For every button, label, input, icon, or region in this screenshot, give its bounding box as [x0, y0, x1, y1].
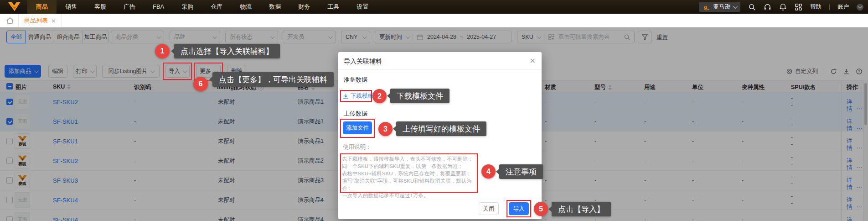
- nav-item-products[interactable]: 商品: [27, 0, 57, 14]
- callout-tooltip-4: 注意事项: [499, 164, 543, 179]
- download-template-link[interactable]: 下载模板: [343, 92, 373, 100]
- nav-item-finance[interactable]: 财务: [289, 0, 319, 14]
- callout-step-1: 1: [155, 44, 170, 58]
- nav-item-logistics[interactable]: 物流: [231, 0, 260, 14]
- tab-bar: 商品列表 ×: [0, 14, 868, 27]
- callout-tooltip-2: 下载模板文件: [390, 89, 450, 103]
- nav-item-tools[interactable]: 工具: [319, 0, 348, 14]
- divider: [829, 4, 830, 10]
- usage-line: 先下载模板，请按模板导入，表头不可修改，不可删除；: [342, 155, 475, 163]
- marketplace-switcher[interactable]: a 亚马逊: [699, 2, 741, 12]
- amazon-icon: a: [703, 3, 711, 11]
- topnav-right-cluster: a 亚马逊: [699, 0, 864, 14]
- callout-step-3: 3: [378, 122, 393, 136]
- support-headset-icon[interactable]: [764, 3, 771, 11]
- account-menu[interactable]: 账户: [837, 3, 849, 11]
- nav-item-service[interactable]: 客服: [86, 0, 115, 14]
- callout-step-4: 4: [481, 164, 496, 179]
- usage-line: 表格中SKU+辅料SKU，系统内已存在时，将覆盖更新；: [342, 170, 475, 177]
- nav-item-fba[interactable]: FBA: [144, 0, 173, 14]
- nav-item-purchase[interactable]: 采购: [173, 0, 202, 14]
- callout-tooltip-1: 点击选择【导入关联辅料】: [174, 44, 280, 58]
- top-navbar: 商品 销售 客服 广告 FBA 采购 仓库 物流 数据 财务 工具 设置 a 亚…: [0, 0, 868, 14]
- nav-item-settings[interactable]: 设置: [348, 0, 377, 14]
- close-button[interactable]: 关闭: [479, 202, 499, 215]
- tab-product-list[interactable]: 商品列表 ×: [18, 14, 62, 27]
- callout-tooltip-6: 点击【更多】，可导出关联辅料: [212, 72, 334, 87]
- svg-text:a: a: [704, 3, 707, 9]
- callout-step-2: 2: [372, 89, 387, 103]
- import-submit-button[interactable]: 导入: [509, 202, 529, 215]
- tab-close-icon[interactable]: ×: [51, 17, 56, 24]
- nav-item-sales[interactable]: 销售: [57, 0, 86, 14]
- add-file-button[interactable]: 添加文件: [343, 121, 372, 134]
- modal-title: 导入关联辅料: [344, 58, 382, 66]
- apps-grid-icon[interactable]: [795, 3, 802, 11]
- download-icon: [343, 93, 349, 99]
- usage-title: 使用说明：: [343, 143, 372, 151]
- notifications-bell-icon[interactable]: [779, 3, 787, 11]
- divider: [338, 198, 542, 198]
- callout-step-6: 6: [193, 77, 208, 91]
- callout-tooltip-5: 点击【导入】: [552, 202, 611, 216]
- callout-step-5: 5: [534, 202, 548, 216]
- usage-instructions: 先下载模板，请按模板导入，表头不可修改，不可删除； 同一个SKU下的辅料SKU重…: [342, 155, 475, 199]
- chevron-down-icon: [733, 4, 738, 9]
- chevron-down-icon: [858, 4, 863, 9]
- home-tab-icon[interactable]: [5, 16, 15, 25]
- help-link[interactable]: 帮助: [810, 3, 822, 11]
- app-screen: 商品 销售 客服 广告 FBA 采购 仓库 物流 数据 财务 工具 设置 a 亚…: [0, 0, 868, 221]
- close-icon[interactable]: ×: [530, 56, 536, 65]
- usage-line: 填写"取消关联"字段，可将SKU和辅料取消关联，默认为否；: [342, 177, 475, 192]
- search-icon[interactable]: [748, 3, 756, 11]
- brand-fox-icon: [7, 2, 21, 12]
- tab-label: 商品列表: [24, 16, 48, 25]
- nav-item-warehouse[interactable]: 仓库: [202, 0, 231, 14]
- callout-tooltip-3: 上传填写好的模板文件: [396, 121, 486, 136]
- prepare-data-label: 准备数据: [344, 76, 367, 84]
- divider: [338, 69, 542, 70]
- marketplace-label: 亚马逊: [713, 3, 731, 11]
- usage-line: 同一个SKU下的辅料SKU重复，以第一条数据为准；: [342, 163, 475, 170]
- nav-item-ads[interactable]: 广告: [115, 0, 144, 14]
- nav-item-data[interactable]: 数据: [260, 0, 289, 14]
- account-caret[interactable]: [857, 4, 863, 11]
- upload-data-label: 上传数据: [344, 110, 367, 118]
